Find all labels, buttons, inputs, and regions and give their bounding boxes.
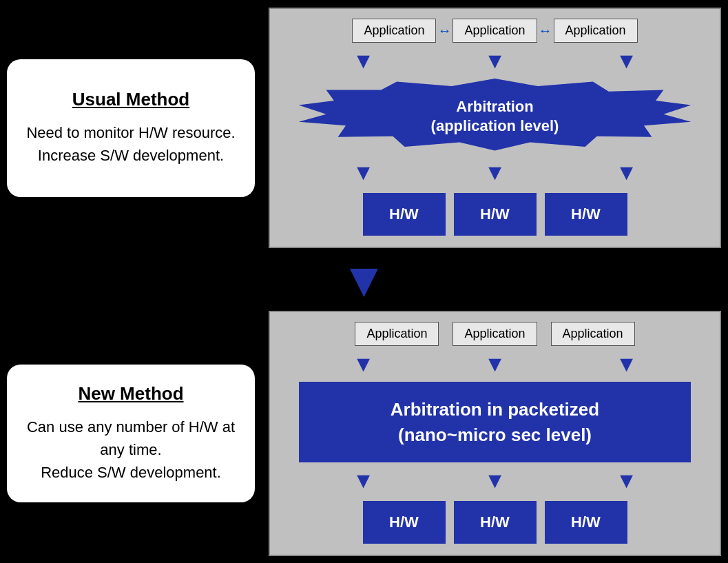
new-method-title: New Method bbox=[78, 383, 183, 405]
double-arrow-2: ↔ bbox=[539, 23, 552, 39]
bottom-row: New Method Can use any number of H/W at … bbox=[7, 311, 721, 556]
arrow-down-hw-b3: ▼ bbox=[616, 469, 638, 491]
app-box-2: Application bbox=[453, 19, 537, 43]
app-row-top: Application ↔ Application ↔ Application bbox=[277, 19, 713, 43]
hw-box-b3: H/W bbox=[545, 501, 627, 544]
arrow-down-hw-b1: ▼ bbox=[353, 469, 375, 491]
usual-method-title: Usual Method bbox=[72, 89, 189, 110]
arrow-down-b3: ▼ bbox=[616, 353, 638, 375]
new-method-diagram: Application Application Application ▼ ▼ … bbox=[269, 311, 721, 556]
arrow-down-1: ▼ bbox=[353, 50, 375, 72]
arrow-down-hw-3: ▼ bbox=[616, 161, 638, 183]
arrow-down-hw-1: ▼ bbox=[353, 161, 375, 183]
app-row-bottom: Application Application Application bbox=[277, 322, 713, 346]
arrow-down-3: ▼ bbox=[616, 50, 638, 72]
arrow-down-hw-b2: ▼ bbox=[484, 469, 506, 491]
hw-row-top: H/W H/W H/W bbox=[277, 193, 713, 236]
app-box-1: Application bbox=[352, 19, 436, 43]
usual-method-desc: Need to monitor H/W resource.Increase S/… bbox=[26, 121, 235, 167]
down-arrows-hw-top: ▼ ▼ ▼ bbox=[277, 161, 713, 183]
transition-row: ▼ bbox=[7, 256, 721, 304]
down-arrows-bottom: ▼ ▼ ▼ bbox=[277, 353, 713, 375]
starburst-area: Arbitration(application level) bbox=[277, 79, 713, 154]
double-arrow-1: ↔ bbox=[437, 23, 451, 39]
hw-box-b2: H/W bbox=[454, 501, 537, 544]
transition-arrow: ▼ bbox=[340, 256, 388, 304]
arrow-down-hw-2: ▼ bbox=[484, 161, 506, 183]
app-box-b3: Application bbox=[551, 322, 635, 346]
hw-box-3: H/W bbox=[545, 193, 627, 236]
down-arrows-top: ▼ ▼ ▼ bbox=[277, 50, 713, 72]
starburst: Arbitration(application level) bbox=[299, 79, 691, 154]
arrow-down-2: ▼ bbox=[484, 50, 506, 72]
new-method-box: New Method Can use any number of H/W at … bbox=[7, 365, 255, 502]
arbitration-label-bottom: Arbitration in packetized(nano~micro sec… bbox=[299, 382, 691, 462]
app-box-b1: Application bbox=[355, 322, 439, 346]
down-arrows-hw-bottom: ▼ ▼ ▼ bbox=[277, 469, 713, 491]
top-row: Usual Method Need to monitor H/W resourc… bbox=[7, 7, 721, 249]
hw-box-2: H/W bbox=[454, 193, 537, 236]
app-box-b2: Application bbox=[453, 322, 537, 346]
arbitration-label-top: Arbitration(application level) bbox=[431, 97, 559, 136]
usual-method-diagram: Application ↔ Application ↔ Application … bbox=[269, 8, 721, 248]
hw-box-1: H/W bbox=[363, 193, 446, 236]
new-method-desc: Can use any number of H/W at any time.Re… bbox=[21, 416, 241, 484]
hw-row-bottom: H/W H/W H/W bbox=[277, 501, 713, 544]
arrow-down-b1: ▼ bbox=[353, 353, 375, 375]
usual-method-box: Usual Method Need to monitor H/W resourc… bbox=[7, 59, 255, 197]
arrow-down-b2: ▼ bbox=[484, 353, 506, 375]
app-box-3: Application bbox=[554, 19, 638, 43]
hw-box-b1: H/W bbox=[363, 501, 446, 544]
